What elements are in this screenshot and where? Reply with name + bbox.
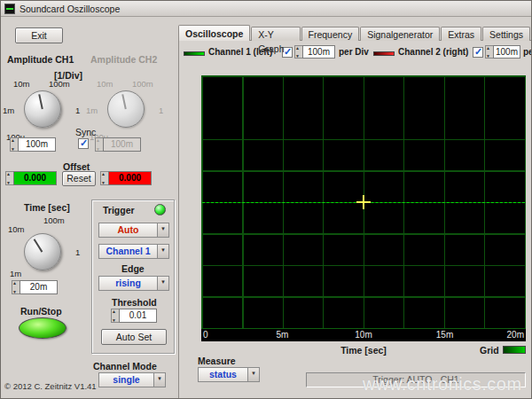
time-knob-group: 10m 100m 1m 1 (3, 214, 84, 285)
time-value-control: 20m (12, 280, 58, 294)
chevron-down-icon[interactable] (247, 368, 259, 381)
channel1-perdiv-label: per Div (339, 47, 369, 57)
x-tick: 0 (203, 330, 208, 340)
tab-frequency[interactable]: Frequency (301, 27, 360, 41)
trigger-source-value: Channel 1 (99, 245, 157, 258)
amplitude-ch1-knob-group: 10m 100m 1m 1 100u (3, 79, 84, 146)
x-axis-title: Time [sec] (201, 345, 526, 356)
tab-xy-graph[interactable]: X-Y Graph (251, 27, 300, 41)
threshold-control: 0.01 (111, 309, 157, 323)
time-value-spinner[interactable] (12, 280, 20, 294)
offset-ch2-value[interactable]: 0.000 (108, 171, 152, 185)
knob-scale-label: 1m (3, 106, 14, 115)
channel2-perdiv-value[interactable]: 100m (493, 45, 520, 59)
amplitude-ch2-knob-group: 10m 100m 1m 1 100u (86, 79, 168, 146)
ch1-scale-spinner[interactable] (10, 137, 18, 152)
tab-settings[interactable]: Settings (482, 27, 530, 41)
chevron-down-icon[interactable] (153, 373, 165, 387)
threshold-label: Threshold (112, 297, 157, 308)
channel-mode-dropdown[interactable]: single (98, 372, 166, 387)
tab-bar: Oscilloscope X-Y Graph Frequency Signalg… (178, 25, 531, 41)
ch1-scale-value[interactable]: 100m (18, 137, 56, 152)
offset-ch1-value[interactable]: 0.000 (13, 171, 57, 185)
run-stop-button[interactable] (19, 317, 66, 339)
trigger-group: Trigger Auto Channel 1 Edge rising Thres… (91, 200, 175, 354)
chevron-down-icon[interactable] (157, 277, 168, 290)
offset-ch2-spinner[interactable] (100, 171, 108, 185)
measure-label: Measure (198, 356, 236, 366)
x-tick: 10m (355, 330, 372, 340)
ch2-scale-control: 100m (95, 137, 141, 152)
knob-scale-label: 1m (10, 269, 21, 278)
trigger-edge-dropdown[interactable]: rising (98, 276, 169, 291)
sync-checkbox[interactable] (78, 138, 89, 149)
channel-mode-value: single (99, 373, 153, 387)
channel2-perdiv-spinner[interactable] (485, 45, 493, 59)
trigger-title: Trigger (103, 205, 135, 215)
app-window: Soundcard Oszilloscope Exit Amplitude CH… (0, 0, 532, 399)
knob-scale-label: 100m (49, 79, 70, 89)
measure-value: status (199, 368, 247, 381)
knob-pointer (38, 94, 43, 109)
time-value[interactable]: 20m (20, 280, 58, 294)
knob-scale-label: 1m (86, 106, 98, 115)
channel1-perdiv-spinner[interactable] (294, 45, 302, 59)
trigger-source-dropdown[interactable]: Channel 1 (98, 244, 169, 259)
measure-dropdown[interactable]: status (198, 367, 260, 382)
window-titlebar: Soundcard Oszilloscope (1, 1, 531, 17)
run-stop-label: Run/Stop (20, 306, 62, 317)
amplitude-ch1-label: Amplitude CH1 (7, 54, 74, 65)
offset-ch1-spinner[interactable] (5, 171, 13, 185)
amplitude-ch2-label: Amplitude CH2 (90, 54, 157, 65)
channel2-visible-checkbox[interactable] (473, 47, 483, 58)
channel2-perdiv-control: 100m (485, 45, 520, 59)
threshold-spinner[interactable] (111, 309, 119, 323)
knob-scale-label: 1 (159, 106, 163, 115)
cursor-crosshair[interactable] (356, 195, 371, 209)
reset-button[interactable]: Reset (62, 171, 96, 186)
knob-scale-label: 100m (43, 215, 65, 225)
chevron-down-icon[interactable] (157, 223, 168, 237)
x-tick: 15m (436, 330, 453, 340)
x-tick: 5m (277, 330, 289, 340)
trigger-edge-value: rising (99, 277, 157, 290)
knob-scale-label: 1 (75, 247, 80, 257)
knob-pointer (34, 239, 43, 252)
channel-mode-label: Channel Mode (93, 361, 157, 372)
tab-oscilloscope[interactable]: Oscilloscope (178, 25, 250, 41)
trigger-mode-dropdown[interactable]: Auto (98, 223, 169, 238)
trigger-led (154, 204, 166, 215)
knob-scale-label: 10m (13, 79, 29, 89)
auto-set-button[interactable]: Auto Set (101, 329, 167, 345)
knob-scale-label: 100m (132, 79, 153, 89)
channel1-perdiv-value[interactable]: 100m (302, 45, 335, 59)
x-tick: 20m (507, 330, 524, 340)
watermark-text: www.cntronics.com (363, 374, 522, 395)
ch2-scale-spinner (95, 137, 103, 152)
knob-scale-label: 10m (8, 224, 24, 234)
plot-area (201, 75, 526, 329)
threshold-value[interactable]: 0.01 (119, 309, 157, 323)
knob-scale-label: 10m (97, 79, 113, 89)
exit-button[interactable]: Exit (15, 27, 63, 43)
channel1-perdiv-control: 100m (294, 45, 335, 59)
chevron-down-icon[interactable] (157, 245, 168, 258)
knob-pointer (121, 94, 126, 109)
offset-ch1-control: 0.000 (5, 171, 57, 185)
channel2-color-swatch (373, 51, 395, 56)
x-axis-ticks: 0 5m 10m 15m 20m (201, 329, 526, 341)
channel2-perdiv-label: per Div (523, 47, 532, 57)
time-label: Time [sec] (24, 202, 70, 213)
tab-extras[interactable]: Extras (441, 27, 481, 41)
ch1-scale-control: 100m (10, 137, 56, 152)
knob-scale-label: 1 (75, 106, 80, 115)
app-icon (4, 4, 15, 14)
grid-label: Grid (480, 345, 499, 356)
channel1-color-swatch (184, 51, 205, 56)
oscilloscope-plot: 0 5m 10m 15m 20m (201, 75, 526, 341)
amplitude-ch1-knob[interactable] (24, 90, 61, 128)
tab-signalgenerator[interactable]: Signalgenerator (360, 27, 440, 41)
grid-intensity-slider[interactable] (503, 346, 526, 354)
copyright-text: © 2012 C. Zeitnitz V1.41 (4, 381, 97, 391)
time-knob[interactable] (24, 233, 61, 270)
